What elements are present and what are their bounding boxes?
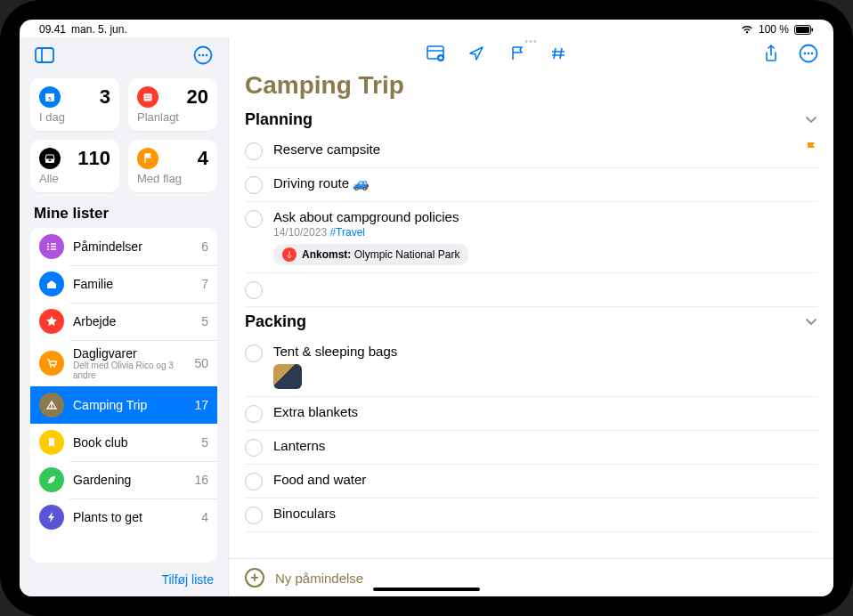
sidebar-more-button[interactable] [191,43,215,68]
leaf-icon [39,467,64,492]
svg-rect-2 [812,28,814,31]
reminder-row[interactable]: Lanterns [245,431,817,465]
svg-point-25 [50,366,52,368]
sidebar-list-item[interactable]: Familie 7 [30,265,217,303]
list-name: Book club [73,435,192,450]
list-count: 5 [201,435,208,450]
section-name: Packing [245,312,306,331]
more-button[interactable] [796,41,821,66]
reminder-row[interactable]: Binoculars [245,498,817,532]
list-name: Familie [73,277,192,291]
list-count: 5 [201,314,208,328]
list-count: 4 [201,510,208,524]
sidebar-list-item[interactable]: Camping Trip 17 [30,386,217,424]
reminder-title: Reserve campsite [273,142,794,157]
reminder-row[interactable]: Food and water [245,465,817,498]
sidebar-list-item[interactable]: Dagligvarer Delt med Olivia Rico og 3 an… [30,340,217,386]
main-pane: ••• Camping Trip Plannin [229,37,833,596]
svg-point-15 [149,95,150,96]
svg-point-36 [808,53,810,55]
reminder-row[interactable]: Ask about campground policies 14/10/2023… [245,202,817,273]
toolbar: ••• [229,37,833,69]
svg-point-8 [206,54,208,57]
sidebar-list-item[interactable]: Plants to get 4 [30,498,217,536]
sidebar-list-item[interactable]: Påmindelser 6 [30,228,217,265]
flag-icon [137,148,158,169]
sidebar-list-item[interactable]: Gardening 16 [30,461,217,498]
multitask-handle-icon[interactable]: ••• [524,37,538,46]
svg-rect-3 [36,48,53,62]
completion-circle[interactable] [245,507,263,524]
svg-point-13 [145,95,146,96]
completion-circle[interactable] [245,210,263,228]
reminder-tag[interactable]: #Travel [329,226,365,239]
list-name: Arbejde [73,314,192,328]
reminder-row[interactable] [245,273,817,307]
list-count: 16 [194,473,208,487]
svg-point-14 [147,95,148,96]
bolt-icon [39,505,64,530]
sidebar-list-item[interactable]: Book club 5 [30,424,217,461]
location-pill[interactable]: Ankomst: Olympic National Park [273,244,468,265]
section-header[interactable]: Planning [245,105,817,134]
add-list-button[interactable]: Tilføj liste [161,572,214,587]
completion-circle[interactable] [245,405,263,423]
pin-icon [282,247,297,262]
smart-scheduled[interactable]: 20 Planlagt [128,78,217,131]
completion-circle[interactable] [245,176,263,194]
list-name: Plants to get [73,510,192,524]
completion-circle[interactable] [245,439,263,457]
svg-point-21 [47,248,49,250]
location-button[interactable] [464,41,489,66]
reminder-title: Ask about campground policies [273,209,817,224]
toggle-sidebar-button[interactable] [32,43,57,68]
completion-circle[interactable] [245,281,263,299]
svg-point-16 [145,98,146,99]
smart-all[interactable]: 110 Alle [30,140,119,192]
reminder-row[interactable]: Driving route 🚙 [245,168,817,202]
status-date: man. 5. jun. [71,23,127,36]
section-header[interactable]: Packing [245,307,817,336]
list-count: 6 [201,239,208,254]
template-button[interactable] [423,41,448,66]
user-lists: Påmindelser 6 Familie 7 Arbejde 5 Daglig… [30,228,217,563]
completion-circle[interactable] [245,142,263,160]
svg-point-17 [147,98,148,99]
list-count: 17 [194,398,208,412]
sidebar: 5 3 I dag 20 Planlagt [20,37,229,596]
reminder-title: Extra blankets [273,404,817,419]
home-indicator[interactable] [373,588,480,591]
sidebar-list-item[interactable]: Arbejde 5 [30,303,217,340]
status-battery: 100 % [759,23,789,36]
plus-circle-icon: + [245,568,264,588]
reminder-title: Food and water [273,472,817,487]
reminder-title: Tent & sleeping bags [273,344,817,359]
chevron-down-icon [805,116,817,125]
svg-point-6 [199,54,201,57]
smart-today[interactable]: 5 3 I dag [30,78,119,131]
list-title: Camping Trip [229,69,833,105]
svg-line-31 [560,48,562,59]
attachment-thumbnail[interactable] [273,364,302,389]
chevron-down-icon [805,318,817,327]
smart-flagged[interactable]: 4 Med flag [128,140,217,192]
tags-button[interactable] [546,41,571,66]
svg-point-20 [47,246,49,247]
status-time: 09.41 [39,23,66,36]
reminder-row[interactable]: Extra blankets [245,397,817,431]
reminder-subtitle: 14/10/2023 #Travel [273,226,817,239]
new-reminder-bar[interactable]: + Ny påmindelse [229,558,833,596]
reminder-title: Lanterns [273,438,817,453]
svg-point-26 [53,366,55,368]
my-lists-heading: Mine lister [20,201,228,228]
reminder-row[interactable]: Tent & sleeping bags [245,336,817,397]
reminders-scroll[interactable]: Planning Reserve campsite Driving route … [229,105,833,558]
reminder-section: Packing Tent & sleeping bags Extra blank… [229,307,833,532]
battery-icon [794,25,814,35]
share-button[interactable] [759,41,784,66]
completion-circle[interactable] [245,344,263,362]
calendar-today-icon: 5 [39,86,61,108]
completion-circle[interactable] [245,473,263,490]
reminder-row[interactable]: Reserve campsite [245,134,817,168]
wifi-icon [741,25,753,35]
